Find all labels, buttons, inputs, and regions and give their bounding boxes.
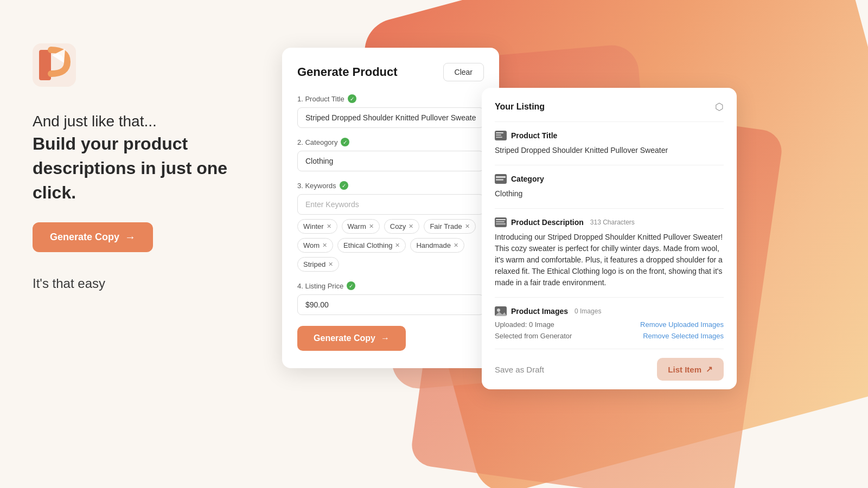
- list-item-button[interactable]: List Item ↗: [657, 358, 724, 381]
- generate-copy-button[interactable]: Generate Copy →: [297, 326, 406, 351]
- listing-category-header: Category: [495, 174, 724, 184]
- keywords-input[interactable]: [297, 194, 484, 215]
- category-icon: [495, 174, 507, 184]
- left-panel: And just like that... Build your product…: [0, 0, 260, 488]
- keyword-tag: Wom✕: [297, 238, 333, 253]
- product-title-label: 1. Product Title ✓: [297, 94, 484, 103]
- svg-rect-11: [496, 219, 506, 220]
- category-check: ✓: [341, 138, 349, 146]
- keyword-tag: Winter✕: [297, 219, 337, 234]
- listing-images-section: Product Images 0 Images Uploaded: 0 Imag…: [495, 298, 724, 349]
- tagline: And just like that... Build your product…: [33, 111, 228, 205]
- tag-close-icon[interactable]: ✕: [465, 223, 470, 230]
- listing-footer: Save as Draft List Item ↗: [495, 349, 724, 389]
- listing-images-header: Product Images 0 Images: [495, 306, 724, 316]
- tag-close-icon[interactable]: ✕: [454, 242, 458, 249]
- listing-images-label: Product Images: [511, 307, 568, 316]
- keywords-section: 3. Keywords ✓ Winter✕Warm✕Cozy✕Fair Trad…: [297, 181, 484, 272]
- listing-description-value: Introducing our Striped Dropped Shoulder…: [495, 232, 724, 288]
- hero-cta-button[interactable]: Generate Copy →: [33, 222, 153, 252]
- keyword-tag: Fair Trade✕: [424, 219, 475, 234]
- uploaded-label: Uploaded: 0 Image: [495, 320, 554, 329]
- generate-copy-label: Generate Copy: [314, 333, 375, 343]
- logo: [33, 43, 76, 87]
- keyword-tag: Cozy✕: [384, 219, 420, 234]
- listing-header-title: Your Listing: [495, 102, 545, 112]
- keywords-label: 3. Keywords ✓: [297, 181, 484, 190]
- svg-rect-5: [496, 134, 501, 136]
- remove-selected-button[interactable]: Remove Selected Images: [643, 332, 724, 340]
- clear-button[interactable]: Clear: [443, 63, 484, 81]
- images-icon: [495, 306, 507, 316]
- keywords-check: ✓: [340, 181, 348, 190]
- selected-label: Selected from Generator: [495, 332, 572, 340]
- form-header: Generate Product Clear: [297, 63, 484, 81]
- listing-product-title-header: Product Title: [495, 131, 724, 140]
- keyword-tag: Striped✕: [297, 257, 339, 272]
- keyword-tag: Handmade✕: [410, 238, 464, 253]
- external-link-icon[interactable]: ⬡: [715, 101, 724, 113]
- tag-close-icon[interactable]: ✕: [369, 223, 374, 230]
- subtext: It's that easy: [33, 276, 228, 291]
- listing-product-title-label: Product Title: [511, 131, 557, 140]
- svg-rect-6: [496, 137, 502, 138]
- svg-point-15: [497, 309, 500, 312]
- hero-cta-label: Generate Copy: [50, 232, 119, 243]
- tag-close-icon[interactable]: ✕: [322, 242, 327, 249]
- listing-header: Your Listing ⬡: [495, 101, 724, 122]
- listing-price-check: ✓: [347, 281, 355, 290]
- uploaded-images-row: Uploaded: 0 Image Remove Uploaded Images: [495, 320, 724, 329]
- listing-price-input[interactable]: [297, 294, 484, 315]
- svg-rect-13: [496, 223, 506, 224]
- svg-rect-12: [496, 221, 505, 222]
- svg-rect-4: [496, 132, 503, 133]
- listing-preview-card: Your Listing ⬡ Product Title Striped Dro…: [482, 88, 737, 389]
- listing-description-label: Product Description: [511, 218, 584, 227]
- selected-images-row: Selected from Generator Remove Selected …: [495, 332, 724, 340]
- tag-close-icon[interactable]: ✕: [409, 223, 413, 230]
- listing-product-title-value: Striped Dropped Shoulder Knitted Pullove…: [495, 145, 724, 156]
- category-section: 2. Cateogory ✓: [297, 138, 484, 171]
- listing-description-chars: 313 Characters: [590, 219, 635, 226]
- tag-close-icon[interactable]: ✕: [395, 242, 400, 249]
- product-title-input[interactable]: [297, 107, 484, 128]
- listing-price-section: 4. Listing Price ✓: [297, 281, 484, 315]
- product-title-icon: [495, 131, 507, 140]
- generate-copy-arrow: →: [381, 333, 390, 343]
- hero-cta-arrow: →: [125, 231, 136, 243]
- listing-description-section: Product Description 313 Characters Intro…: [495, 209, 724, 298]
- listing-images-count: 0 Images: [575, 307, 601, 315]
- category-label: 2. Cateogory ✓: [297, 138, 484, 146]
- tag-close-icon[interactable]: ✕: [327, 223, 331, 230]
- list-item-arrow: ↗: [706, 364, 713, 374]
- list-item-label: List Item: [668, 365, 701, 374]
- keywords-tags: Winter✕Warm✕Cozy✕Fair Trade✕Wom✕Ethical …: [297, 219, 484, 272]
- listing-description-header: Product Description 313 Characters: [495, 217, 724, 227]
- listing-price-label: 4. Listing Price ✓: [297, 281, 484, 290]
- keyword-tag: Warm✕: [342, 219, 380, 234]
- product-title-check: ✓: [348, 94, 356, 103]
- generate-product-form: Generate Product Clear 1. Product Title …: [282, 48, 499, 368]
- svg-rect-9: [496, 179, 503, 181]
- listing-product-title-section: Product Title Striped Dropped Shoulder K…: [495, 122, 724, 165]
- listing-category-value: Clothing: [495, 188, 724, 200]
- listing-category-section: Category Clothing: [495, 165, 724, 209]
- svg-rect-8: [496, 176, 506, 178]
- category-input[interactable]: [297, 151, 484, 171]
- form-title: Generate Product: [297, 65, 398, 79]
- tag-close-icon[interactable]: ✕: [328, 261, 333, 268]
- description-icon: [495, 217, 507, 227]
- save-draft-button[interactable]: Save as Draft: [495, 361, 544, 378]
- listing-category-label: Category: [511, 175, 544, 183]
- keyword-tag: Ethical Clothing✕: [337, 238, 406, 253]
- remove-uploaded-button[interactable]: Remove Uploaded Images: [640, 320, 724, 329]
- product-title-section: 1. Product Title ✓: [297, 94, 484, 128]
